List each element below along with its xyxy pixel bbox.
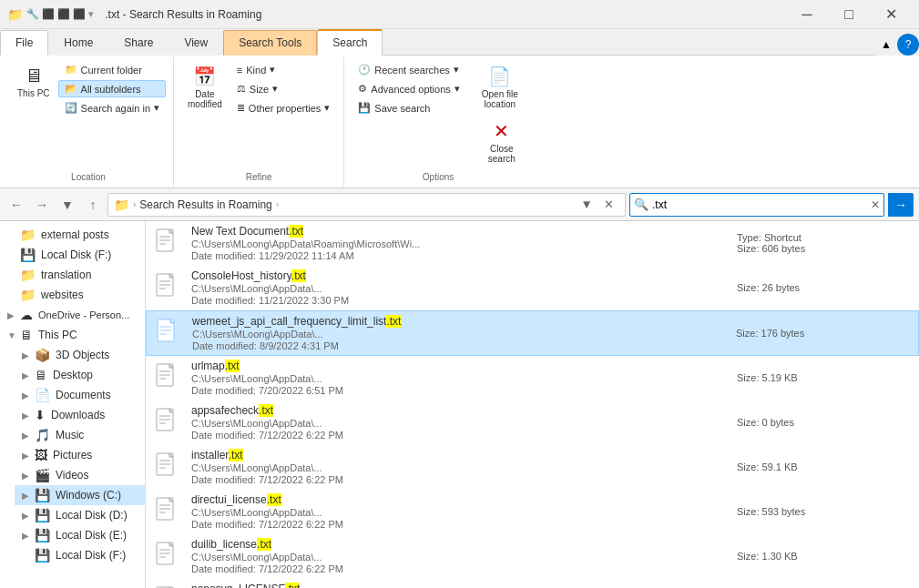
file-item[interactable]: urlmap.txt C:\Users\MLoong\AppData\... D… <box>146 356 919 400</box>
sidebar-item-this-pc[interactable]: ▼ 🖥 This PC <box>0 325 145 345</box>
ribbon-collapse-btn[interactable]: ▲ <box>875 34 897 56</box>
sidebar-item-local-disk-f[interactable]: 💾 Local Disk (F:) <box>0 245 145 265</box>
file-list-scroll[interactable]: New Text Document.txt C:\Users\MLoong\Ap… <box>146 221 919 588</box>
disk-c-icon: 💾 <box>35 488 50 502</box>
close-search-button[interactable]: ✕ Closesearch <box>480 116 524 168</box>
breadcrumb-clear-button[interactable]: ✕ <box>597 194 619 216</box>
expand-icon: ▶ <box>22 411 31 421</box>
minimize-button[interactable]: ─ <box>786 0 828 29</box>
breadcrumb[interactable]: 📁 › Search Results in Roaming › ▼ ✕ <box>107 193 626 217</box>
maximize-button[interactable]: □ <box>828 0 870 29</box>
file-item[interactable]: appsafecheck.txt C:\Users\MLoong\AppData… <box>146 400 919 445</box>
window-controls: ─ □ ✕ <box>786 0 912 29</box>
other-properties-button[interactable]: ≣ Other properties ▾ <box>230 99 336 117</box>
sidebar-item-websites[interactable]: 📁 websites <box>0 285 145 305</box>
file-item[interactable]: nanosvg_LICENSE.txt C:\Users\MLoong\AppD… <box>146 579 919 588</box>
file-item[interactable]: ConsoleHost_history.txt C:\Users\MLoong\… <box>146 266 919 310</box>
current-folder-button[interactable]: 📁 Current folder <box>58 61 166 78</box>
sidebar: 📁 external posts 💾 Local Disk (F:) 📁 tra… <box>0 221 146 588</box>
advanced-options-button[interactable]: ⚙ Advanced options ▾ <box>352 80 465 97</box>
tab-view[interactable]: View <box>168 30 223 56</box>
tab-home[interactable]: Home <box>48 30 108 56</box>
file-info: New Text Document.txt C:\Users\MLoong\Ap… <box>191 225 730 261</box>
recent-searches-button[interactable]: 🕐 Recent searches ▾ <box>352 61 465 78</box>
file-item[interactable]: installer.txt C:\Users\MLoong\AppData\..… <box>146 445 919 490</box>
recent-locations-button[interactable]: ▼ <box>56 194 78 216</box>
expand-icon: ▶ <box>22 471 31 481</box>
nav-bar: ← → ▼ ↑ 📁 › Search Results in Roaming › … <box>0 188 919 221</box>
sidebar-item-windows-c[interactable]: ▶ 💾 Windows (C:) <box>15 485 145 505</box>
breadcrumb-dropdown-button[interactable]: ▼ <box>576 194 597 216</box>
folder-icon: 📁 <box>20 288 36 302</box>
sidebar-item-pictures[interactable]: ▶ 🖼 Pictures <box>15 445 145 465</box>
refine-group-label: Refine <box>246 168 272 182</box>
file-item[interactable]: duilib_license.txt C:\Users\MLoong\AppDa… <box>146 534 919 579</box>
cloud-icon: ☁ <box>20 308 33 322</box>
sidebar-item-translation[interactable]: 📁 translation <box>0 265 145 285</box>
search-input[interactable] <box>652 198 867 211</box>
breadcrumb-segment[interactable]: Search Results in Roaming <box>139 198 271 211</box>
sidebar-item-3d-objects[interactable]: ▶ 📦 3D Objects <box>15 345 145 365</box>
file-info: ConsoleHost_history.txt C:\Users\MLoong\… <box>191 269 730 306</box>
window-title: .txt - Search Results in Roaming <box>105 8 261 21</box>
expand-icon: ▶ <box>22 451 31 461</box>
file-item[interactable]: New Text Document.txt C:\Users\MLoong\Ap… <box>146 221 919 266</box>
file-info: wemeet_js_api_call_frequency_limit_list.… <box>192 315 729 351</box>
all-subfolders-button[interactable]: 📂 All subfolders <box>58 80 166 97</box>
forward-button[interactable]: → <box>31 194 53 216</box>
expand-icon: ▶ <box>22 491 31 501</box>
expand-icon: ▶ <box>22 350 31 360</box>
pictures-icon: 🖼 <box>35 448 47 462</box>
up-button[interactable]: ↑ <box>82 194 104 216</box>
close-button[interactable]: ✕ <box>870 0 912 29</box>
kind-button[interactable]: ≡ Kind ▾ <box>230 61 336 78</box>
this-pc-button[interactable]: 🖥 This PC <box>11 61 56 103</box>
open-file-location-icon: 📄 <box>488 66 511 87</box>
main-area: 📁 external posts 💾 Local Disk (F:) 📁 tra… <box>0 221 919 588</box>
advanced-options-arrow-icon: ▾ <box>454 83 460 95</box>
recent-searches-icon: 🕐 <box>358 64 371 76</box>
recent-searches-arrow-icon: ▾ <box>454 64 459 76</box>
downloads-icon: ⬇ <box>35 408 46 422</box>
this-pc-icon: 🖥 <box>25 66 43 86</box>
open-file-location-button[interactable]: 📄 Open filelocation <box>475 61 525 114</box>
search-clear-button[interactable]: ✕ <box>871 198 880 211</box>
help-button[interactable]: ? <box>897 34 919 56</box>
sidebar-item-desktop[interactable]: ▶ 🖥 Desktop <box>15 365 145 385</box>
tab-share[interactable]: Share <box>108 30 168 56</box>
sidebar-item-local-disk-d[interactable]: ▶ 💾 Local Disk (D:) <box>15 505 145 525</box>
file-date: Date modified: 7/12/2022 6:22 PM <box>191 563 730 574</box>
search-input-icon: 🔍 <box>634 198 648 211</box>
file-path: C:\Users\MLoong\AppData\... <box>191 507 730 518</box>
sidebar-item-music[interactable]: ▶ 🎵 Music <box>15 425 145 445</box>
file-meta: Size: 1.30 KB <box>730 551 912 562</box>
file-icon <box>154 317 183 350</box>
sidebar-item-onedrive[interactable]: ▶ ☁ OneDrive - Person... <box>0 305 145 325</box>
desktop-icon: 🖥 <box>35 368 47 382</box>
sidebar-item-external-posts[interactable]: 📁 external posts <box>0 225 145 245</box>
box-icon: 📦 <box>35 348 50 362</box>
current-folder-icon: 📁 <box>65 64 77 76</box>
size-button[interactable]: ⚖ Size ▾ <box>230 80 336 97</box>
location-group-label: Location <box>71 168 106 182</box>
back-button[interactable]: ← <box>5 194 27 216</box>
sidebar-item-local-disk-e[interactable]: ▶ 💾 Local Disk (E:) <box>15 525 145 545</box>
tab-search-tools[interactable]: Search Tools <box>223 30 317 56</box>
title-bar: 📁 🔧 ⬛ ⬛ ⬛ ▾ .txt - Search Results in Roa… <box>0 0 919 29</box>
tab-search[interactable]: Search <box>317 29 383 56</box>
save-search-button[interactable]: 💾 Save search <box>352 99 465 117</box>
search-go-button[interactable]: → <box>888 193 914 217</box>
expand-icon: ▶ <box>22 370 31 380</box>
sidebar-item-documents[interactable]: ▶ 📄 Documents <box>15 385 145 405</box>
sidebar-item-downloads[interactable]: ▶ ⬇ Downloads <box>15 405 145 425</box>
file-item[interactable]: directui_license.txt C:\Users\MLoong\App… <box>146 490 919 534</box>
tab-file[interactable]: File <box>0 30 48 56</box>
expand-icon: ▶ <box>7 310 16 320</box>
file-name: New Text Document.txt <box>191 225 730 238</box>
sidebar-item-local-disk-f2[interactable]: 💾 Local Disk (F:) <box>15 545 145 565</box>
date-modified-button[interactable]: 📅 Datemodified <box>181 61 229 114</box>
search-again-button[interactable]: 🔄 Search again in ▾ <box>58 99 166 117</box>
sidebar-item-videos[interactable]: ▶ 🎬 Videos <box>15 465 145 485</box>
file-info: nanosvg_LICENSE.txt C:\Users\MLoong\AppD… <box>191 583 730 588</box>
file-item[interactable]: wemeet_js_api_call_frequency_limit_list.… <box>146 310 919 356</box>
